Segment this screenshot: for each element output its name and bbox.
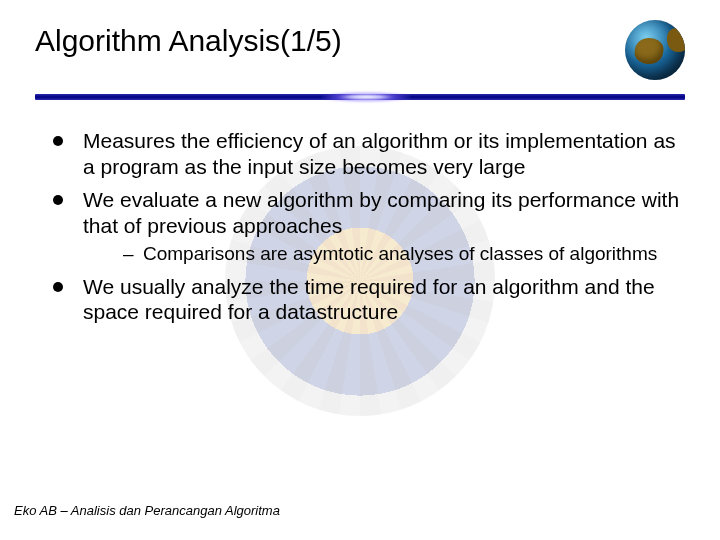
slide: Algorithm Analysis(1/5) Measures the eff… — [0, 0, 720, 540]
list-item: Measures the efficiency of an algorithm … — [53, 128, 685, 179]
bullet-text: We usually analyze the time required for… — [83, 275, 655, 324]
bullet-text: Measures the efficiency of an algorithm … — [83, 129, 676, 178]
title-divider — [35, 94, 685, 104]
slide-body: Measures the efficiency of an algorithm … — [35, 128, 685, 325]
list-item: Comparisons are asymtotic analyses of cl… — [123, 242, 685, 265]
sub-bullet-text: Comparisons are asymtotic analyses of cl… — [143, 243, 657, 264]
bullet-text: We evaluate a new algorithm by comparing… — [83, 188, 679, 237]
list-item: We evaluate a new algorithm by comparing… — [53, 187, 685, 265]
sub-bullet-list: Comparisons are asymtotic analyses of cl… — [123, 242, 685, 265]
list-item: We usually analyze the time required for… — [53, 274, 685, 325]
bullet-list: Measures the efficiency of an algorithm … — [53, 128, 685, 325]
slide-header: Algorithm Analysis(1/5) — [35, 20, 685, 80]
globe-icon — [625, 20, 685, 80]
slide-footer: Eko AB – Analisis dan Perancangan Algori… — [0, 503, 720, 518]
slide-title: Algorithm Analysis(1/5) — [35, 24, 342, 58]
lens-flare-icon — [321, 92, 411, 102]
